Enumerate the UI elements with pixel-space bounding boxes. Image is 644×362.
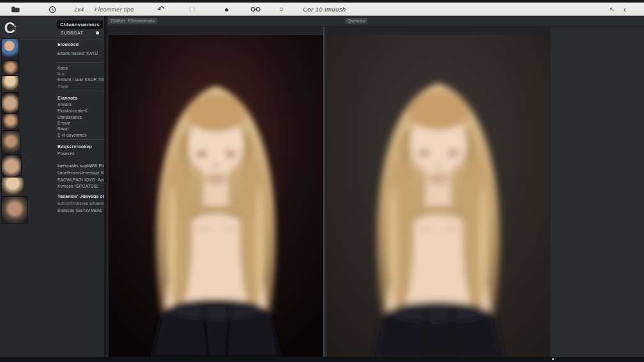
list-item[interactable]: Bdqscrvrookep <box>57 144 104 149</box>
status-indicator-dot <box>552 358 554 360</box>
list-item[interactable]: Kana <box>57 66 104 70</box>
thumbnail-1[interactable] <box>2 39 19 61</box>
thumbnail-8[interactable] <box>2 177 24 196</box>
list-item[interactable]: Ijanefensrxsieversqpr Kilertwxs <box>57 170 104 175</box>
sidebar: C↑ Ciduanvuamors SUBBOAT Eioucoed Ebank … <box>0 16 105 358</box>
list-item[interactable]: Posexes <box>57 151 104 156</box>
list-item[interactable]: Eioucoed <box>57 42 104 47</box>
refresh-icon[interactable]: ○ <box>279 3 284 16</box>
app-logo[interactable]: C↑ <box>1 17 20 39</box>
history-icon[interactable] <box>49 3 56 16</box>
sidebar-subtitle[interactable]: SUBBOAT <box>61 31 83 35</box>
record-icon[interactable]: ● <box>224 3 229 16</box>
panel-divider <box>323 27 325 357</box>
list-item[interactable]: Ersaqr <box>57 121 104 125</box>
undo-icon[interactable]: ↶ <box>157 3 164 16</box>
thumbnail-5[interactable] <box>2 114 19 130</box>
list-item[interactable]: Them <box>57 84 104 89</box>
sidebar-title: Ciduanvuamors <box>57 20 103 29</box>
thumbnail-9[interactable] <box>2 197 27 223</box>
empty-workspace-panel <box>551 27 644 357</box>
generated-image-left[interactable] <box>109 35 323 357</box>
thumbnail-6[interactable] <box>2 131 20 154</box>
app-window: 2x4 Fleommer tipo ↶ ( ) ● ○ Cor 10 Imuus… <box>0 0 644 362</box>
tab-right-1[interactable]: Qsmsiso <box>345 18 367 24</box>
share-icon[interactable] <box>250 3 261 16</box>
list-item[interactable]: Kvrsces IGPOATSSL <box>57 184 104 188</box>
cursor-icon[interactable]: ↖ <box>610 3 615 16</box>
list-item[interactable]: Eiannots <box>57 96 104 100</box>
status-dot <box>96 31 99 34</box>
divider <box>56 91 105 91</box>
list-item[interactable]: Bayqr <box>57 126 104 131</box>
sidebar-header: C↑ Ciduanvuamors SUBBOAT <box>0 16 104 40</box>
list-item[interactable]: EACWLPAGI IQVG_Apsoa iraisevs <box>57 177 104 182</box>
logo-arrow-icon: ↑ <box>13 22 17 33</box>
list-item[interactable]: E vt qayonmes <box>57 133 104 137</box>
canvas-topbar: 204Kes F0mnaseums Qsmsiso <box>107 16 644 27</box>
thumbnail-3[interactable] <box>2 76 19 92</box>
list-item[interactable]: Ubnoaxancs <box>57 115 104 119</box>
thumbnail-2[interactable] <box>2 61 19 75</box>
generated-image-right[interactable] <box>327 35 549 357</box>
toolbar-zoom-label: 2x4 <box>74 3 84 16</box>
chevron-left-icon[interactable]: ‹ <box>624 3 626 16</box>
list-item[interactable]: Ekssksrceaiertl <box>57 109 104 113</box>
list-item[interactable]: Elatscay IGeTxVMBAs <box>57 208 104 213</box>
list-item[interactable]: Tasansiv' Jdaveqs csaxed Tpiscp-Vqw <box>57 194 104 199</box>
toolbar: 2x4 Fleommer tipo ↶ ( ) ● ○ Cor 10 Imuus… <box>0 3 644 16</box>
divider <box>56 139 105 140</box>
bottom-bar <box>0 357 644 362</box>
toolbar-doc-label: Fleommer tipo <box>95 3 134 16</box>
brackets-icon[interactable]: ( ) <box>189 3 195 16</box>
list-item[interactable]: Anvara <box>57 102 104 107</box>
thumbnail-7[interactable] <box>2 155 21 177</box>
divider <box>56 62 105 63</box>
tab-left-2[interactable]: F0mnaseums <box>125 18 157 24</box>
list-item[interactable]: Ebank Nereid' KAYU <box>57 51 104 56</box>
list-item[interactable]: Emiunt i suar KAUR 7i% <box>57 77 104 82</box>
list-item[interactable]: Ednovmrvksiwe amaememvaveinrg-g,-weEAN- … <box>57 201 104 206</box>
divider <box>56 190 105 190</box>
thumbnail-4[interactable] <box>2 93 19 113</box>
list-item[interactable]: N.a <box>57 72 104 76</box>
main-canvas-area: 204Kes F0mnaseums Qsmsiso <box>107 16 644 358</box>
list-item[interactable]: kaescaahs supbWW Eimxsoxes-coma <box>57 163 104 168</box>
folder-icon[interactable] <box>11 3 20 16</box>
window-title: Cor 10 Imuush <box>303 3 346 16</box>
